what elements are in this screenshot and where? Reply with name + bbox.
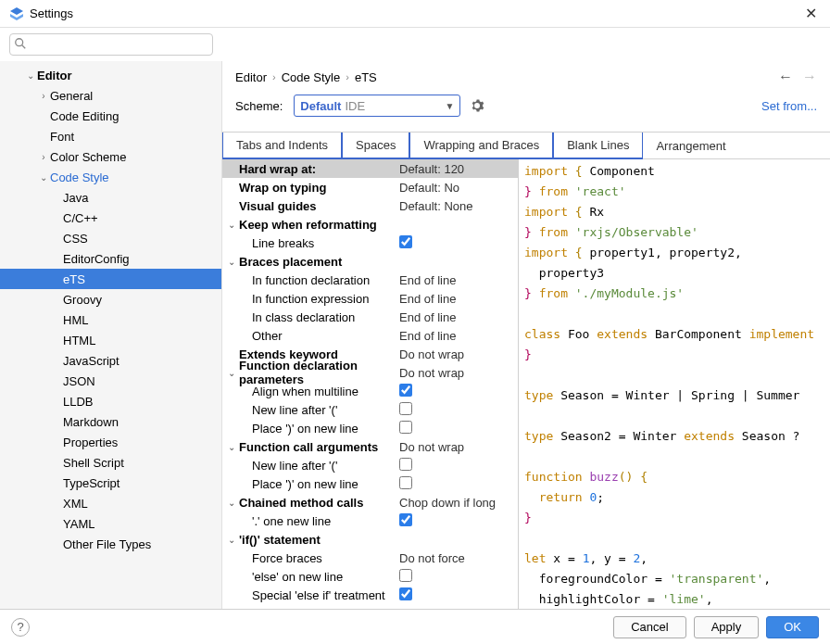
breadcrumb[interactable]: eTS [355,70,377,84]
option-value[interactable]: End of line [399,292,510,306]
option-value[interactable]: Default: No [399,181,510,195]
option-row[interactable]: OtherEnd of line [222,326,518,345]
tree-item-color-scheme[interactable]: ›Color Scheme [0,146,221,167]
option-row[interactable]: ⌄Braces placement [222,252,518,271]
option-value[interactable] [399,569,510,585]
settings-tree[interactable]: ⌄Editor›GeneralCode EditingFont›Color Sc… [0,61,222,609]
option-row[interactable]: ⌄'if()' statement [222,530,518,549]
option-row[interactable]: New line after '(' [222,456,518,474]
tree-item-editorconfig[interactable]: EditorConfig [0,248,221,269]
option-checkbox[interactable] [399,458,412,471]
breadcrumb[interactable]: Editor [235,70,267,84]
option-row[interactable]: Place ')' on new line [222,419,518,437]
option-row[interactable]: ⌄Function call argumentsDo not wrap [222,437,518,456]
tab-wrapping-and-braces[interactable]: Wrapping and Braces [409,133,553,159]
options-list[interactable]: Hard wrap at:Default: 120Wrap on typingD… [222,159,518,609]
chevron-right-icon: › [37,91,50,101]
option-row[interactable]: New line after '(' [222,400,518,419]
tab-tabs-and-indents[interactable]: Tabs and Indents [222,133,342,159]
tree-item-font[interactable]: Font [0,126,221,146]
tree-item-shell-script[interactable]: Shell Script [0,452,221,473]
close-icon[interactable]: ✕ [801,5,821,22]
option-row[interactable]: Visual guidesDefault: None [222,196,518,215]
tree-item-lldb[interactable]: LLDB [0,391,221,411]
tree-item-code-editing[interactable]: Code Editing [0,106,221,126]
tree-item-javascript[interactable]: JavaScript [0,350,221,371]
tree-item-editor[interactable]: ⌄Editor [0,65,221,85]
option-checkbox[interactable] [399,569,412,582]
option-row[interactable]: In class declarationEnd of line [222,308,518,326]
option-row[interactable]: Special 'else if' treatment [222,586,518,604]
tab-spaces[interactable]: Spaces [342,133,409,159]
option-value[interactable]: Do not wrap [399,366,510,380]
option-row[interactable]: Hard wrap at:Default: 120 [222,159,518,178]
option-row[interactable]: ⌄Chained method callsChop down if long [222,493,518,511]
gear-icon[interactable] [470,98,484,113]
option-row[interactable]: In function expressionEnd of line [222,289,518,308]
option-checkbox[interactable] [399,402,412,415]
cancel-button[interactable]: Cancel [613,616,685,638]
option-value[interactable] [399,402,510,418]
tree-item-java[interactable]: Java [0,187,221,208]
option-checkbox[interactable] [399,421,412,434]
option-value[interactable] [399,513,510,529]
option-value[interactable]: Default: None [399,199,510,213]
option-checkbox[interactable] [399,587,412,600]
option-value[interactable]: End of line [399,310,510,324]
option-checkbox[interactable] [399,513,412,526]
option-value[interactable] [399,458,510,474]
tree-item-xml[interactable]: XML [0,493,221,513]
tree-item-properties[interactable]: Properties [0,432,221,452]
option-checkbox[interactable] [399,476,412,489]
option-value[interactable]: Default: 120 [399,162,510,176]
option-value[interactable]: Chop down if long [399,496,510,510]
tree-item-c-c-[interactable]: C/C++ [0,208,221,228]
option-checkbox[interactable] [399,384,412,397]
option-row[interactable]: Wrap on typingDefault: No [222,178,518,196]
apply-button[interactable]: Apply [694,616,760,638]
option-value[interactable]: End of line [399,329,510,343]
tree-item-other-file-types[interactable]: Other File Types [0,534,221,554]
option-row[interactable]: In function declarationEnd of line [222,271,518,289]
tab-blank-lines[interactable]: Blank Lines [553,133,643,159]
tree-item-groovy[interactable]: Groovy [0,289,221,309]
option-row[interactable]: ⌄Function declaration parametersDo not w… [222,363,518,382]
option-value[interactable]: Do not wrap [399,440,510,454]
tree-item-typescript[interactable]: TypeScript [0,473,221,493]
tree-item-code-style[interactable]: ⌄Code Style [0,167,221,187]
option-value[interactable] [399,384,510,399]
option-value[interactable]: Do not force [399,551,510,565]
search-input[interactable] [9,33,213,56]
option-value[interactable] [399,421,510,436]
set-from-link[interactable]: Set from... [761,99,817,113]
option-row[interactable]: Place ')' on new line [222,474,518,493]
tree-item-label: JSON [63,374,95,388]
option-value[interactable]: End of line [399,273,510,287]
tree-item-css[interactable]: CSS [0,228,221,248]
breadcrumb[interactable]: Code Style [282,70,341,84]
option-row[interactable]: ⌄Keep when reformatting [222,215,518,234]
option-value[interactable]: Do not wrap [399,347,510,361]
tab-arrangement[interactable]: Arrangement [643,133,738,158]
scheme-dropdown[interactable]: Default IDE ▼ [294,95,460,117]
tree-item-hml[interactable]: HML [0,309,221,330]
option-row[interactable]: Line breaks [222,234,518,252]
option-value[interactable] [399,476,510,492]
option-checkbox[interactable] [399,235,412,248]
tree-item-yaml[interactable]: YAML [0,513,221,534]
option-row[interactable]: 'else' on new line [222,567,518,586]
tree-item-json[interactable]: JSON [0,371,221,391]
tree-item-ets[interactable]: eTS [0,269,221,289]
chevron-down-icon: ⌄ [228,220,239,230]
option-row[interactable]: Align when multiline [222,382,518,400]
tree-item-html[interactable]: HTML [0,330,221,350]
help-button[interactable]: ? [11,618,30,637]
ok-button[interactable]: OK [766,616,819,638]
option-value[interactable] [399,587,510,603]
nav-back-icon[interactable]: ← [778,69,793,85]
tree-item-general[interactable]: ›General [0,85,221,106]
tree-item-markdown[interactable]: Markdown [0,411,221,432]
option-value[interactable] [399,235,510,251]
option-row[interactable]: Force bracesDo not force [222,549,518,567]
option-row[interactable]: '.' one new line [222,511,518,530]
